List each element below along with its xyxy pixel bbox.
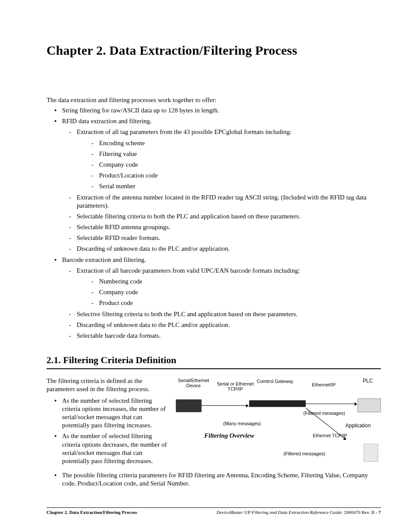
gateway-icon xyxy=(249,400,306,407)
list-item: Serial number xyxy=(99,182,381,190)
section-title: 2.1. Filtering Criteria Definition xyxy=(47,355,381,366)
list-item: Selectable filtering criteria to both th… xyxy=(77,212,381,221)
page-footer: Chapter 2. Data Extraction/Filtering Pro… xyxy=(47,507,381,515)
arrow-icon xyxy=(306,404,357,404)
list-item: Filtering value xyxy=(99,150,381,158)
list-item: Product code xyxy=(99,299,381,307)
diagram-label-ethernet-ip: Ethernet/IP xyxy=(312,382,336,387)
footer-row: Chapter 2. Data Extraction/Filtering Pro… xyxy=(47,510,381,515)
barcode-params-list: Numbering code Company code Product code xyxy=(77,277,381,308)
list-item: Discarding of unknown data to the PLC an… xyxy=(77,245,381,253)
list-item: Barcode extraction and filtering. Extrac… xyxy=(62,256,381,340)
application-icon xyxy=(364,444,378,462)
intro-paragraph: The data extraction and filtering proces… xyxy=(47,96,381,104)
diagram-label-many-messages: (Many messages) xyxy=(223,421,261,426)
two-column-row: The filtering criteria is defined as the… xyxy=(47,377,381,468)
diagram-label-serial-or-ethernet-tcpip: Serial or EthernetTCP/IP xyxy=(214,381,257,392)
list-item: As the number of selected filtering crit… xyxy=(62,432,169,465)
rfid-sublist: Extraction of all tag parameters from th… xyxy=(62,128,381,253)
footer-doc-title: DeviceMaster UP Filtering and Data Extra… xyxy=(217,510,342,515)
page: Chapter 2. Data Extraction/Filtering Pro… xyxy=(0,0,411,532)
list-item: Extraction of the antenna number located… xyxy=(77,193,381,210)
list-item: RFID data extraction and filtering. Extr… xyxy=(62,117,381,253)
list-item: Extraction of all barcode parameters fro… xyxy=(77,267,381,308)
list-item: Selectable RFID antenna groupings. xyxy=(77,223,381,231)
section-bullet-list-continued: The possible filtering criteria paramete… xyxy=(47,471,381,488)
section-bullet-list: As the number of selected filtering crit… xyxy=(47,397,169,466)
diagram-label-serial-ethernet-device: Serial/EthernetDevice xyxy=(174,378,213,388)
plc-icon xyxy=(358,398,381,412)
footer-left: Chapter 2. Data Extraction/Filtering Pro… xyxy=(47,510,137,515)
diagram-label-comtrol-gateway: Comtrol Gateway xyxy=(257,379,293,384)
filtering-overview-diagram: Serial/EthernetDevice Serial or Ethernet… xyxy=(174,377,381,463)
diagram-caption: Filtering Overview xyxy=(204,432,254,439)
list-item-label: Extraction of all tag parameters from th… xyxy=(77,128,292,135)
chapter-title: Chapter 2. Data Extraction/Filtering Pro… xyxy=(47,43,381,58)
main-bullet-list: String filtering for raw/ASCII data up t… xyxy=(47,106,381,340)
diagram-label-filtered-messages-2: (Filtered messages) xyxy=(283,451,325,456)
section-rule xyxy=(47,368,381,369)
list-item: As the number of selected filtering crit… xyxy=(62,397,169,430)
footer-page-number: - 7 xyxy=(376,510,381,515)
list-item: The possible filtering criteria paramete… xyxy=(62,471,381,488)
diagram-label-plc: PLC xyxy=(363,378,373,384)
diagram-label-application: Application xyxy=(346,423,371,429)
diagram-label-ethernet-tcpip: Ethernet TCP/IP xyxy=(313,433,347,438)
list-item: Discarding of unknown data to the PLC an… xyxy=(77,321,381,329)
list-item-label: Extraction of all barcode parameters fro… xyxy=(77,267,300,274)
diagram-label-filtered-messages: (Filtered messages) xyxy=(303,411,345,416)
device-icon xyxy=(176,399,202,412)
footer-right: DeviceMaster UP Filtering and Data Extra… xyxy=(217,510,381,515)
list-item: Product/Location code xyxy=(99,171,381,180)
arrow-icon xyxy=(202,405,248,406)
rfid-params-list: Encoding scheme Filtering value Company … xyxy=(77,139,381,191)
list-item: String filtering for raw/ASCII data up t… xyxy=(62,106,381,115)
footer-doc-id: : 2000470 Rev. B xyxy=(341,510,376,515)
list-item: Encoding scheme xyxy=(99,139,381,147)
list-item-label: Barcode extraction and filtering. xyxy=(62,256,146,263)
list-item: Selectable RFID reader formats. xyxy=(77,234,381,242)
list-item: Company code xyxy=(99,161,381,169)
list-item: Extraction of all tag parameters from th… xyxy=(77,128,381,190)
list-item: Numbering code xyxy=(99,277,381,286)
list-item: Selective filtering criteria to both the… xyxy=(77,310,381,318)
barcode-sublist: Extraction of all barcode parameters fro… xyxy=(62,267,381,340)
section-text-column: The filtering criteria is defined as the… xyxy=(47,377,169,468)
list-item: Company code xyxy=(99,288,381,296)
list-item: Selectable barcode data formats. xyxy=(77,332,381,340)
diagram-column: Serial/EthernetDevice Serial or Ethernet… xyxy=(174,377,381,468)
footer-rule xyxy=(47,507,381,508)
list-item-label: RFID data extraction and filtering. xyxy=(62,118,152,124)
section-intro: The filtering criteria is defined as the… xyxy=(47,377,169,393)
